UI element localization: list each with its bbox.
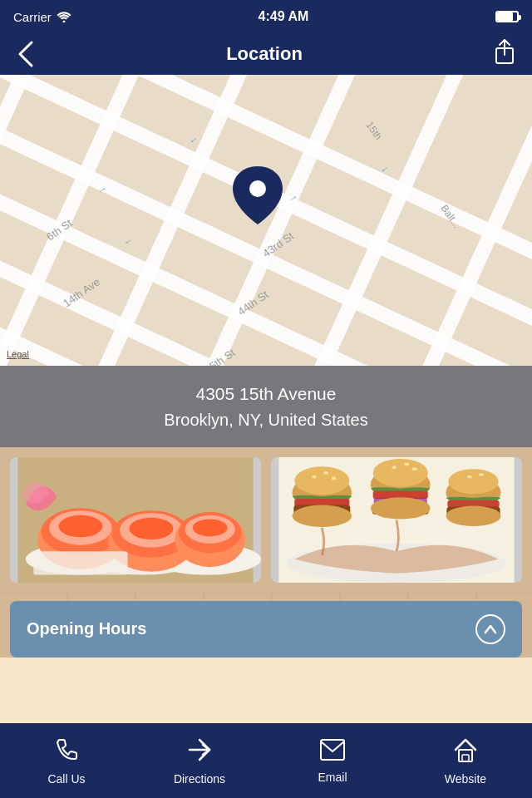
svg-point-67 (448, 469, 498, 494)
carrier-wifi: Carrier (13, 10, 71, 24)
svg-point-45 (193, 519, 228, 536)
tab-website[interactable]: Website (399, 723, 532, 798)
sushi-photo (10, 457, 261, 583)
battery-indicator (495, 11, 519, 22)
back-icon (17, 39, 35, 69)
email-label: Email (318, 771, 347, 784)
address-overlay: 4305 15th Avenue Brooklyn, NY, United St… (0, 366, 532, 447)
address-line1: 4305 15th Avenue (17, 381, 515, 407)
food-photos-section (0, 447, 532, 593)
svg-point-68 (467, 475, 472, 478)
svg-point-53 (332, 476, 337, 480)
content-section: Opening Hours (0, 447, 532, 658)
carrier-label: Carrier (13, 10, 52, 24)
opening-hours-toggle-icon[interactable] (475, 614, 505, 644)
svg-point-0 (62, 21, 65, 23)
directions-icon (186, 736, 213, 767)
chevron-up-icon (482, 621, 499, 638)
svg-point-65 (371, 497, 431, 519)
svg-rect-76 (462, 755, 469, 761)
svg-point-50 (294, 466, 349, 495)
svg-rect-74 (321, 740, 344, 760)
svg-point-58 (373, 458, 428, 486)
opening-hours-section[interactable]: Opening Hours (10, 601, 522, 658)
svg-point-52 (323, 470, 328, 474)
nav-bar: Location (0, 33, 532, 75)
map-svg: 6th St 14th Ave 43rd St 44th St 45th St … (0, 75, 532, 366)
svg-point-51 (312, 475, 317, 478)
home-icon (452, 736, 479, 767)
svg-point-60 (404, 462, 409, 466)
svg-point-37 (59, 515, 103, 536)
svg-point-72 (446, 505, 500, 526)
svg-point-29 (249, 180, 266, 197)
svg-point-59 (392, 466, 397, 469)
time-display: 4:49 AM (259, 9, 309, 24)
address-line2: Brooklyn, NY, United States (17, 407, 515, 432)
page-title: Location (226, 43, 303, 65)
share-button[interactable] (494, 38, 515, 70)
wifi-icon (57, 11, 71, 22)
sushi-image (10, 457, 261, 583)
svg-point-69 (479, 472, 484, 475)
tab-call[interactable]: Call Us (0, 723, 133, 798)
svg-point-41 (129, 517, 173, 539)
svg-rect-75 (459, 750, 472, 761)
call-label: Call Us (47, 772, 85, 786)
opening-hours-label: Opening Hours (27, 619, 146, 638)
share-icon (494, 38, 515, 65)
svg-point-61 (412, 467, 417, 470)
website-label: Website (445, 772, 486, 786)
burger-photo (271, 457, 522, 583)
tab-bar: Call Us Directions Email W (0, 723, 532, 798)
email-icon (319, 738, 346, 766)
map-view[interactable]: 6th St 14th Ave 43rd St 44th St 45th St … (0, 75, 532, 366)
burger-image (271, 457, 522, 583)
directions-label: Directions (174, 772, 225, 786)
svg-rect-46 (33, 551, 127, 574)
phone-icon (53, 736, 80, 767)
tab-directions[interactable]: Directions (133, 723, 266, 798)
legal-link[interactable]: Legal (7, 349, 29, 359)
status-bar: Carrier 4:49 AM (0, 0, 532, 33)
back-button[interactable] (17, 39, 35, 69)
tab-email[interactable]: Email (266, 723, 399, 798)
svg-point-56 (292, 505, 352, 526)
